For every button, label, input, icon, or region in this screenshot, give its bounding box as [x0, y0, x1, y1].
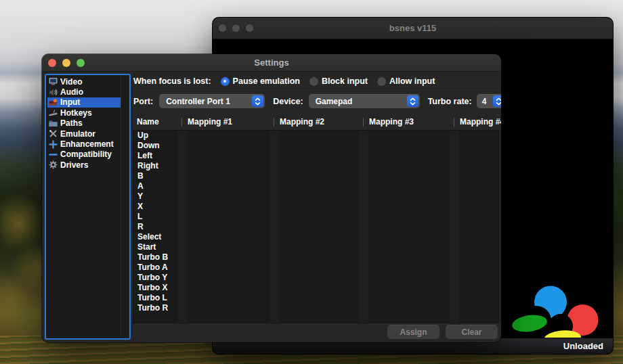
sidebar-item-audio[interactable]: Audio	[47, 87, 121, 97]
bsnes-window-title: bsnes v115	[389, 23, 436, 33]
sidebar-item-label: Compatibility	[60, 150, 112, 159]
table-row[interactable]: Turbo B	[133, 252, 498, 263]
sidebar-item-label: Audio	[60, 87, 83, 97]
focus-lost-row: When focus is lost: Pause emulation Bloc…	[133, 74, 435, 88]
table-row[interactable]: Down	[133, 141, 498, 151]
settings-window: Settings Video Audio Input Hotkeys	[42, 54, 501, 342]
table-row[interactable]: R	[133, 222, 498, 232]
column-divider	[274, 118, 274, 127]
drivers-icon	[49, 160, 58, 169]
sidebar-item-hotkeys[interactable]: Hotkeys	[47, 108, 121, 118]
table-row[interactable]: Y	[133, 191, 498, 202]
clear-button[interactable]: Clear	[446, 325, 498, 339]
table-row[interactable]: X	[133, 202, 498, 212]
video-icon	[49, 77, 58, 86]
mapping-table-body: Up Down Left Right B A Y X L R Select St…	[133, 130, 499, 323]
table-row[interactable]: Select	[133, 232, 498, 242]
mapping-table: Name Mapping #1 Mapping #2 Mapping #3 Ma…	[133, 114, 499, 323]
enhancement-icon	[49, 140, 58, 149]
emulator-icon	[49, 129, 58, 138]
table-row[interactable]: Turbo L	[133, 293, 498, 303]
sidebar-item-label: Video	[60, 77, 82, 87]
sidebar-item-label: Enhancement	[60, 139, 114, 149]
paths-icon	[49, 119, 58, 128]
zoom-button[interactable]	[77, 59, 85, 67]
radio-pause-emulation[interactable]: Pause emulation	[221, 76, 300, 86]
table-row[interactable]: L	[133, 212, 498, 222]
sidebar-item-label: Paths	[60, 118, 83, 128]
port-device-row: Port: Controller Port 1 Device: Gamepad …	[133, 94, 501, 108]
column-divider	[454, 118, 454, 127]
sidebar-item-label: Hotkeys	[60, 108, 92, 118]
mapping-table-header: Name Mapping #1 Mapping #2 Mapping #3 Ma…	[133, 114, 499, 130]
sidebar-scrollbar[interactable]	[121, 76, 128, 337]
radio-selected-icon[interactable]	[221, 77, 230, 86]
bsnes-traffic-lights	[219, 18, 253, 39]
table-row[interactable]: Turbo Y	[133, 273, 498, 283]
action-buttons: Assign Clear	[387, 325, 498, 339]
hotkeys-icon	[49, 108, 58, 117]
column-header-mapping-1: Mapping #1	[188, 117, 232, 127]
assign-button[interactable]: Assign	[387, 325, 439, 339]
device-label: Device:	[273, 97, 303, 106]
sidebar-item-enhancement[interactable]: Enhancement	[47, 139, 121, 149]
column-divider	[363, 118, 364, 127]
column-header-name: Name	[137, 117, 159, 127]
column-divider	[181, 118, 182, 127]
sidebar-item-input[interactable]: Input	[47, 97, 121, 108]
chevron-up-down-icon	[493, 95, 501, 107]
radio-unselected-icon[interactable]	[309, 77, 318, 86]
column-header-mapping-2: Mapping #2	[280, 117, 324, 127]
turbo-rate-label: Turbo rate:	[428, 97, 472, 106]
settings-window-title: Settings	[254, 58, 288, 68]
bsnes-titlebar[interactable]: bsnes v115	[213, 18, 613, 39]
radio-unselected-icon[interactable]	[377, 77, 386, 86]
sidebar-item-video[interactable]: Video	[47, 76, 121, 87]
table-row[interactable]: Start	[133, 242, 498, 252]
close-button-inactive[interactable]	[219, 24, 226, 32]
table-row[interactable]: Right	[133, 161, 498, 171]
status-label: Unloaded	[563, 341, 603, 351]
settings-traffic-lights	[48, 54, 85, 71]
radio-block-input[interactable]: Block input	[309, 76, 368, 86]
turbo-rate-select[interactable]: 4	[477, 94, 501, 108]
minimize-button-inactive[interactable]	[232, 24, 240, 32]
sidebar-item-label: Input	[60, 97, 80, 107]
port-select[interactable]: Controller Port 1	[159, 94, 265, 108]
table-row[interactable]: Turbo R	[133, 303, 498, 313]
zoom-button-inactive[interactable]	[246, 24, 253, 32]
minimize-button[interactable]	[62, 59, 70, 67]
table-row[interactable]: Left	[133, 151, 498, 161]
chevron-up-down-icon	[407, 95, 418, 107]
port-label: Port:	[133, 97, 153, 106]
table-row[interactable]: Up	[133, 131, 498, 141]
table-row[interactable]: A	[133, 181, 498, 191]
settings-sidebar: Video Audio Input Hotkeys Paths	[45, 74, 131, 340]
sidebar-item-paths[interactable]: Paths	[47, 118, 121, 129]
sidebar-item-emulator[interactable]: Emulator	[47, 129, 121, 139]
sidebar-item-compatibility[interactable]: Compatibility	[47, 150, 121, 160]
table-row[interactable]: Turbo X	[133, 283, 498, 293]
settings-titlebar[interactable]: Settings	[42, 54, 501, 72]
chevron-up-down-icon	[252, 95, 263, 107]
separator	[133, 90, 499, 91]
input-settings-panel: When focus is lost: Pause emulation Bloc…	[133, 73, 499, 340]
column-header-mapping-4: Mapping #4	[460, 117, 501, 127]
radio-allow-input[interactable]: Allow input	[377, 76, 435, 86]
table-row[interactable]: Turbo A	[133, 263, 498, 273]
compatibility-icon	[49, 150, 58, 159]
column-header-mapping-3: Mapping #3	[369, 117, 414, 127]
focus-lost-label: When focus is lost:	[133, 76, 211, 86]
sidebar-item-drivers[interactable]: Drivers	[47, 160, 121, 170]
device-select[interactable]: Gamepad	[309, 94, 420, 108]
sidebar-item-label: Drivers	[60, 160, 88, 170]
table-row[interactable]: B	[133, 171, 498, 181]
close-button[interactable]	[48, 59, 56, 67]
sidebar-item-label: Emulator	[60, 129, 95, 139]
input-icon	[49, 98, 58, 107]
audio-icon	[49, 88, 58, 97]
